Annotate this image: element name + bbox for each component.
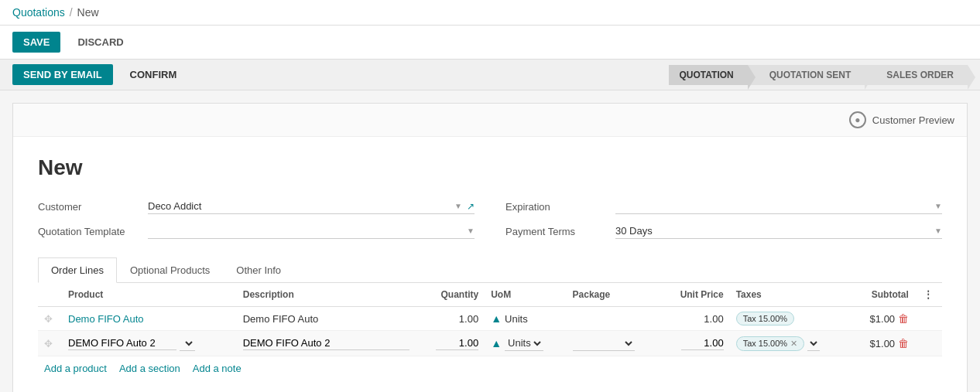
drag-handle-icon[interactable]: ✥	[44, 338, 53, 349]
form-body: New Customer ▼ ↗ Expiration ▼	[13, 137, 967, 392]
send-email-button[interactable]: SEND BY EMAIL	[12, 64, 113, 85]
drag-handle-icon[interactable]: ✥	[44, 313, 53, 325]
col-uom: UoM	[485, 283, 566, 307]
breadcrumb: Quotations / New	[0, 0, 980, 26]
tax-remove-button[interactable]: ✕	[790, 339, 797, 349]
product-cell: ▼	[62, 331, 237, 356]
subtotal-cell: $1.00 🗑	[851, 307, 915, 331]
action-bar: SAVE DISCARD	[0, 26, 980, 60]
form-card: ● Customer Preview New Customer ▼ ↗	[12, 103, 968, 392]
row-more-cell	[915, 331, 942, 356]
package-select[interactable]	[573, 336, 635, 351]
col-unit-price: Unit Price	[660, 283, 729, 307]
subtotal-value: $1.00	[870, 338, 896, 349]
add-note-link[interactable]: Add a note	[193, 363, 242, 374]
uom-icon: ▲	[491, 312, 502, 325]
taxes-cell: Tax 15.00% ✕ ▼	[730, 331, 851, 356]
quotation-template-input[interactable]	[148, 225, 464, 237]
expiration-dropdown-arrow[interactable]: ▼	[934, 202, 942, 210]
col-subtotal: Subtotal	[851, 283, 915, 307]
status-left-actions: SEND BY EMAIL CONFIRM	[12, 64, 187, 85]
unit-price-input[interactable]	[681, 336, 724, 350]
status-bar: SEND BY EMAIL CONFIRM QUOTATIONQUOTATION…	[0, 60, 980, 90]
drag-handle-cell: ✥	[38, 331, 62, 356]
add-section-link[interactable]: Add a section	[119, 363, 180, 374]
breadcrumb-parent[interactable]: Quotations	[12, 6, 65, 19]
tax-label: Tax 15.00%	[743, 314, 787, 323]
quantity-cell: 1.00	[416, 307, 485, 331]
confirm-button[interactable]: CONFIRM	[119, 64, 188, 85]
pipeline-step-0[interactable]: QUOTATION	[669, 65, 748, 85]
add-product-link[interactable]: Add a product	[44, 363, 107, 374]
description-cell	[237, 331, 416, 356]
customer-input-wrapper: ▼ ↗	[148, 199, 475, 214]
col-more[interactable]: ⋮	[915, 283, 942, 307]
save-button[interactable]: SAVE	[12, 32, 60, 53]
col-quantity: Quantity	[416, 283, 485, 307]
unit-price-cell: 1.00	[660, 307, 729, 331]
order-table: Product Description Quantity UoM Package…	[38, 283, 942, 356]
tax-badge: Tax 15.00%	[736, 312, 794, 326]
payment-terms-dropdown-arrow[interactable]: ▼	[934, 227, 942, 235]
customer-dropdown-arrow[interactable]: ▼	[454, 202, 462, 210]
tab-other-info[interactable]: Other Info	[223, 257, 294, 283]
form-top-bar: ● Customer Preview	[13, 104, 967, 137]
uom-label: Units	[505, 313, 528, 325]
description-input[interactable]	[243, 336, 409, 350]
subtotal-value: $1.00	[870, 313, 896, 325]
product-dropdown[interactable]: ▼	[180, 336, 195, 351]
form-fields: Customer ▼ ↗ Expiration ▼	[38, 199, 942, 239]
discard-button[interactable]: DISCARD	[67, 32, 134, 53]
subtotal-cell: $1.00 🗑	[851, 331, 915, 356]
tab-optional-products[interactable]: Optional Products	[117, 257, 223, 283]
customer-external-link[interactable]: ↗	[467, 201, 475, 212]
col-product: Product	[62, 283, 237, 307]
quantity-input[interactable]	[436, 336, 478, 350]
row-more-cell	[915, 307, 942, 331]
payment-terms-input[interactable]	[615, 225, 931, 237]
delete-row-button[interactable]: 🗑	[898, 312, 909, 325]
payment-terms-label: Payment Terms	[505, 226, 606, 237]
table-row: ✥ ▼ ▲ Units Tax 15.00% ✕	[38, 331, 942, 356]
add-links: Add a productAdd a sectionAdd a note	[38, 356, 942, 380]
col-taxes: Taxes	[730, 283, 851, 307]
tabs: Order LinesOptional ProductsOther Info	[38, 257, 942, 283]
drag-handle-cell: ✥	[38, 307, 62, 331]
customer-field-row: Customer ▼ ↗	[38, 199, 475, 214]
expiration-input[interactable]	[615, 200, 931, 212]
uom-cell: ▲ Units	[485, 307, 566, 331]
payment-terms-field-row: Payment Terms ▼	[505, 223, 942, 239]
quotation-template-label: Quotation Template	[38, 226, 139, 237]
customer-preview-button[interactable]: ● Customer Preview	[849, 111, 954, 128]
unit-price-cell	[660, 331, 729, 356]
customer-preview-label: Customer Preview	[872, 114, 954, 126]
delete-row-button[interactable]: 🗑	[898, 337, 909, 349]
taxes-dropdown[interactable]: ▼	[807, 336, 820, 351]
taxes-cell: Tax 15.00%	[730, 307, 851, 331]
pipeline: QUOTATIONQUOTATION SENTSALES ORDER	[669, 65, 968, 85]
tax-label: Tax 15.00%	[743, 339, 787, 348]
product-cell[interactable]: Demo FIFO Auto	[62, 307, 237, 331]
table-header-row: Product Description Quantity UoM Package…	[38, 283, 942, 307]
description-cell: Demo FIFO Auto	[237, 307, 416, 331]
uom-cell: ▲ Units	[485, 331, 566, 356]
payment-terms-input-wrapper: ▼	[615, 223, 942, 239]
expiration-label: Expiration	[505, 201, 606, 213]
pipeline-step-2[interactable]: SALES ORDER	[865, 65, 968, 85]
uom-select[interactable]: Units	[505, 336, 543, 351]
breadcrumb-separator: /	[70, 6, 73, 19]
col-description: Description	[237, 283, 416, 307]
customer-input[interactable]	[148, 200, 451, 212]
quotation-template-input-wrapper: ▼	[148, 223, 475, 239]
breadcrumb-current: New	[77, 6, 99, 19]
tab-order-lines[interactable]: Order Lines	[38, 257, 117, 283]
quotation-template-dropdown-arrow[interactable]: ▼	[467, 227, 475, 235]
uom-icon: ▲	[491, 337, 502, 349]
expiration-field-row: Expiration ▼	[505, 199, 942, 214]
col-drag	[38, 283, 62, 307]
main-content: ● Customer Preview New Customer ▼ ↗	[0, 90, 980, 392]
expiration-input-wrapper: ▼	[615, 199, 942, 214]
col-package: Package	[567, 283, 660, 307]
product-input[interactable]	[68, 336, 176, 350]
pipeline-step-1[interactable]: QUOTATION SENT	[748, 65, 865, 85]
